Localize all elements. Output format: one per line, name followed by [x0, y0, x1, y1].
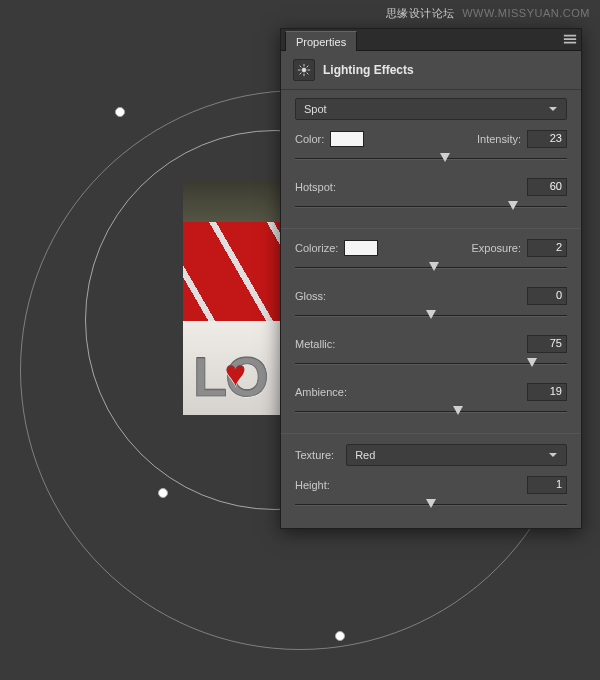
colorize-label: Colorize:	[295, 242, 338, 254]
panel-tabbar: Properties	[281, 29, 581, 51]
watermark-cn: 思缘设计论坛	[386, 7, 455, 19]
watermark: 思缘设计论坛 WWW.MISSYUAN.COM	[386, 6, 590, 21]
exposure-label: Exposure:	[471, 242, 521, 254]
gloss-input[interactable]: 0	[527, 287, 567, 305]
hotspot-slider[interactable]	[295, 198, 567, 216]
ambience-slider[interactable]	[295, 403, 567, 421]
texture-select[interactable]: Red	[346, 444, 567, 466]
heart-icon: ♥	[225, 353, 244, 394]
lighting-effects-icon[interactable]	[293, 59, 315, 81]
color-swatch[interactable]	[330, 131, 364, 147]
svg-point-0	[302, 68, 306, 72]
watermark-url: WWW.MISSYUAN.COM	[462, 7, 590, 19]
gloss-slider[interactable]	[295, 307, 567, 325]
height-input[interactable]: 1	[527, 476, 567, 494]
panel-menu-button[interactable]	[559, 28, 581, 50]
light-handle[interactable]	[335, 631, 345, 641]
light-handle[interactable]	[158, 488, 168, 498]
menu-icon	[563, 32, 577, 46]
chevron-down-icon	[548, 104, 558, 114]
metallic-input[interactable]: 75	[527, 335, 567, 353]
colorize-swatch[interactable]	[344, 240, 378, 256]
intensity-label: Intensity:	[477, 133, 521, 145]
intensity-slider[interactable]	[295, 150, 567, 168]
gloss-label: Gloss:	[295, 290, 326, 302]
panel-title: Lighting Effects	[323, 63, 414, 77]
height-label: Height:	[295, 479, 330, 491]
exposure-input[interactable]: 2	[527, 239, 567, 257]
texture-value: Red	[355, 449, 375, 461]
height-slider[interactable]	[295, 496, 567, 514]
light-handle[interactable]	[115, 107, 125, 117]
ambience-label: Ambience:	[295, 386, 347, 398]
hotspot-label: Hotspot:	[295, 181, 336, 193]
metallic-label: Metallic:	[295, 338, 335, 350]
color-label: Color:	[295, 133, 324, 145]
hotspot-input[interactable]: 60	[527, 178, 567, 196]
ambience-input[interactable]: 19	[527, 383, 567, 401]
tab-properties[interactable]: Properties	[285, 31, 357, 51]
metallic-slider[interactable]	[295, 355, 567, 373]
properties-panel: Properties Lighting Effects Spot Color: …	[280, 28, 582, 529]
intensity-input[interactable]: 23	[527, 130, 567, 148]
light-type-select[interactable]: Spot	[295, 98, 567, 120]
light-type-value: Spot	[304, 103, 327, 115]
texture-label: Texture:	[295, 449, 334, 461]
panel-title-row: Lighting Effects	[281, 51, 581, 90]
exposure-slider[interactable]	[295, 259, 567, 277]
chevron-down-icon	[548, 450, 558, 460]
image-letters: LO♥	[193, 344, 286, 409]
workspace-canvas[interactable]: 思缘设计论坛 WWW.MISSYUAN.COM LO♥ Properties L…	[0, 0, 600, 680]
